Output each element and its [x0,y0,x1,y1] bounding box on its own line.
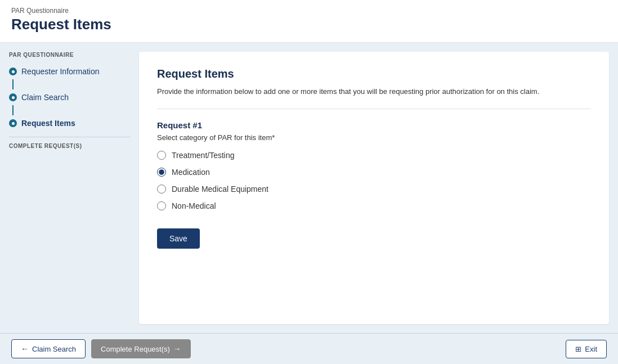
radio-group: Treatment/Testing Medication Durable Med… [157,151,591,210]
radio-dme[interactable] [157,185,166,194]
footer-left: ← Claim Search Complete Request(s) → [11,339,191,358]
radio-item-medication[interactable]: Medication [157,168,591,177]
content-divider [157,109,591,109]
radio-treatment[interactable] [157,151,166,160]
page-header: PAR Questionnaire Request Items [0,0,618,43]
radio-item-nonmedical[interactable]: Non-Medical [157,201,591,210]
content-title: Request Items [157,68,591,80]
radio-label-nonmedical: Non-Medical [172,201,216,210]
sidebar-label-request: Request Items [21,119,75,128]
page-title: Request Items [11,16,607,33]
radio-label-medication: Medication [172,168,210,177]
page-subtitle: PAR Questionnaire [11,7,607,15]
complete-button-label: Complete Request(s) [101,345,170,353]
complete-button[interactable]: Complete Request(s) → [91,339,191,358]
radio-label-treatment: Treatment/Testing [172,151,235,160]
sidebar-item-requester-information[interactable]: Requester Information [9,64,130,79]
dot-icon-requester [9,68,17,75]
exit-button-label: Exit [585,345,597,353]
sidebar-connector-2 [12,105,14,115]
forward-arrow-icon: → [173,344,181,353]
sidebar-complete-label: COMPLETE REQUEST(S) [9,143,130,149]
exit-button[interactable]: ⊞ Exit [566,340,607,358]
dot-icon-request [9,119,17,127]
radio-item-treatment[interactable]: Treatment/Testing [157,151,591,160]
main-container: PAR QUESTIONNAIRE Requester Information … [0,43,618,333]
radio-label-dme: Durable Medical Equipment [172,185,268,194]
dot-icon-claim [9,93,17,101]
back-arrow-icon: ← [21,344,29,353]
category-question: Select category of PAR for this item* [157,133,591,142]
sidebar-connector-1 [12,79,14,89]
sidebar-label-requester: Requester Information [21,67,100,76]
radio-medication[interactable] [157,168,166,177]
radio-item-dme[interactable]: Durable Medical Equipment [157,185,591,194]
content-panel: Request Items Provide the information be… [139,52,609,324]
sidebar-divider [9,137,130,137]
footer: ← Claim Search Complete Request(s) → ⊞ E… [0,333,618,364]
request-label: Request #1 [157,120,591,130]
sidebar-item-request-items[interactable]: Request Items [9,115,130,131]
back-button[interactable]: ← Claim Search [11,339,86,358]
exit-icon: ⊞ [575,345,581,353]
sidebar-section-label: PAR QUESTIONNAIRE [9,52,130,58]
sidebar-label-claim: Claim Search [21,93,69,102]
save-button[interactable]: Save [157,228,200,249]
sidebar-item-claim-search[interactable]: Claim Search [9,89,130,105]
content-description: Provide the information below to add one… [157,86,591,97]
back-button-label: Claim Search [32,345,76,353]
radio-nonmedical[interactable] [157,201,166,210]
sidebar: PAR QUESTIONNAIRE Requester Information … [9,52,130,324]
